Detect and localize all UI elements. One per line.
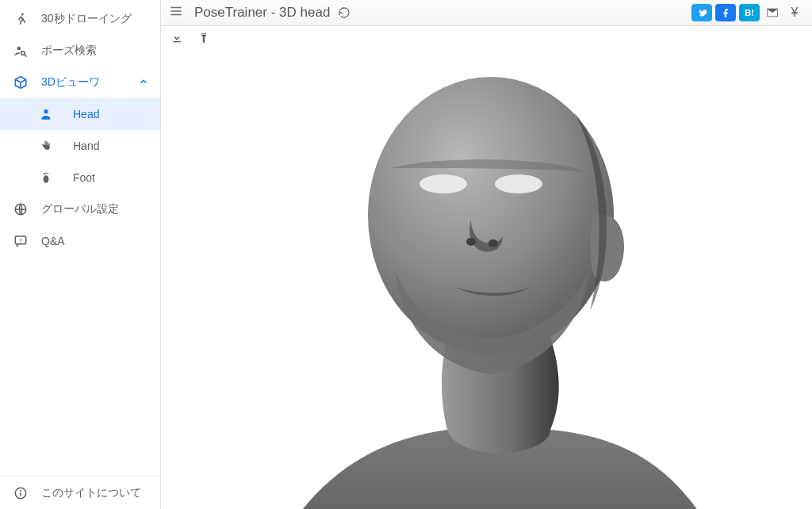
svg-point-8 [47, 173, 48, 174]
sidebar-item-30sec-drawing[interactable]: 30秒ドローイング [0, 3, 160, 35]
sidebar-item-label: グローバル設定 [41, 202, 119, 216]
mail-icon[interactable] [763, 4, 782, 21]
sidebar-item-label: 3Dビューワ [41, 75, 100, 90]
flashlight-button[interactable] [196, 30, 212, 46]
yen-icon[interactable]: ¥ [785, 4, 804, 21]
sidebar-footer-about[interactable]: このサイトについて [0, 476, 160, 509]
twitter-share-button[interactable] [691, 4, 712, 21]
person-search-icon [11, 44, 30, 58]
sidebar-item-global-settings[interactable]: グローバル設定 [0, 193, 160, 225]
hatena-share-button[interactable]: B! [739, 4, 760, 21]
page-title: PoseTrainer - 3D head [194, 5, 330, 21]
download-button[interactable] [169, 30, 185, 46]
svg-point-23 [466, 238, 476, 246]
main-panel: PoseTrainer - 3D head B! ¥ [161, 0, 812, 509]
hatena-label: B! [745, 8, 754, 17]
reload-icon[interactable] [338, 6, 350, 19]
topbar: PoseTrainer - 3D head B! ¥ [161, 0, 812, 26]
foot-icon [36, 171, 56, 184]
svg-point-9 [48, 174, 48, 174]
svg-text:?: ? [19, 238, 22, 243]
sidebar-item-qa[interactable]: ? Q&A [0, 225, 160, 257]
sidebar-item-label: ポーズ検索 [41, 44, 97, 58]
sidebar-item-label: 30秒ドローイング [41, 12, 132, 26]
svg-point-4 [44, 109, 48, 113]
hand-icon [36, 140, 56, 152]
svg-point-24 [488, 239, 498, 247]
globe-icon [11, 202, 30, 216]
viewer-toolbar [161, 26, 812, 50]
sidebar-item-pose-search[interactable]: ポーズ検索 [0, 35, 160, 67]
hamburger-icon[interactable] [169, 4, 183, 21]
head-3d-model [233, 50, 741, 509]
svg-point-5 [44, 175, 49, 182]
chevron-up-icon [138, 76, 149, 90]
svg-point-2 [21, 52, 25, 55]
sidebar-subitem-head[interactable]: Head [0, 98, 160, 130]
nav-list: 30秒ドローイング ポーズ検索 3Dビューワ [0, 3, 160, 476]
svg-point-0 [21, 13, 24, 16]
sidebar-item-3d-viewer[interactable]: 3Dビューワ [0, 67, 160, 98]
running-person-icon [11, 12, 30, 26]
svg-point-20 [368, 77, 614, 354]
svg-point-6 [43, 173, 44, 174]
svg-point-1 [17, 47, 21, 51]
sidebar-subitem-hand[interactable]: Hand [0, 130, 160, 162]
sidebar-footer-label: このサイトについて [41, 486, 141, 500]
sidebar: 30秒ドローイング ポーズ検索 3Dビューワ [0, 0, 161, 509]
qa-icon: ? [11, 234, 30, 248]
person-icon [36, 108, 56, 121]
sidebar-subitem-label: Foot [73, 171, 95, 184]
sidebar-subitem-label: Head [73, 108, 99, 121]
3d-viewport[interactable] [161, 50, 812, 509]
sidebar-subitem-label: Hand [73, 140, 99, 152]
sidebar-item-label: Q&A [41, 235, 65, 247]
svg-point-22 [495, 174, 542, 193]
info-icon [11, 486, 30, 500]
cube-icon [11, 75, 30, 90]
svg-line-3 [25, 55, 27, 57]
svg-rect-19 [173, 41, 180, 42]
social-buttons: B! ¥ [691, 4, 804, 21]
svg-point-15 [21, 490, 21, 491]
sidebar-subitem-foot[interactable]: Foot [0, 162, 160, 193]
svg-point-7 [44, 173, 46, 174]
svg-point-21 [419, 174, 467, 193]
facebook-share-button[interactable] [715, 4, 736, 21]
